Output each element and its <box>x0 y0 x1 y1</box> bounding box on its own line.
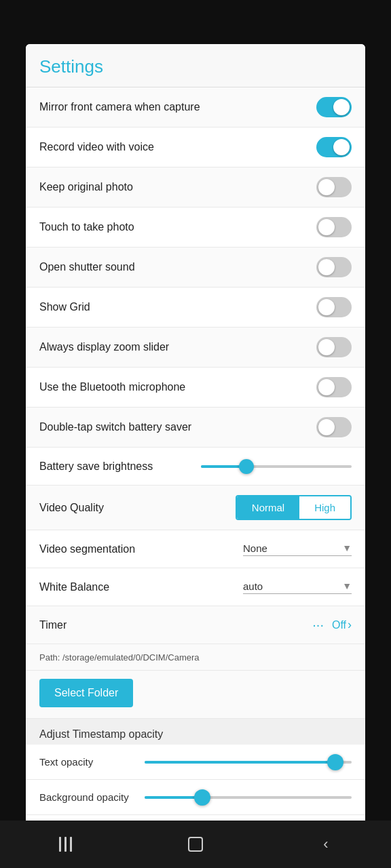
timer-value: Off <box>332 619 346 631</box>
video-quality-normal[interactable]: Normal <box>237 496 299 519</box>
toggle-knob <box>318 379 335 395</box>
setting-shutter-sound: Open shutter sound <box>26 248 365 288</box>
white-balance-row: White Balance auto ▼ <box>26 568 365 606</box>
toggle-bluetooth-mic[interactable] <box>316 377 352 397</box>
setting-show-grid: Show Grid <box>26 288 365 328</box>
background-opacity-row: Background opacity <box>26 780 365 815</box>
setting-keep-original: Keep original photo <box>26 167 365 208</box>
video-segmentation-row: Video segmentation None ▼ <box>26 530 365 568</box>
back-icon: ‹ <box>323 835 328 853</box>
setting-touch-take-photo: Touch to take photo <box>26 208 365 248</box>
background-opacity-track[interactable] <box>145 796 352 799</box>
toggle-knob <box>318 339 335 355</box>
home-icon <box>188 837 203 852</box>
toggle-knob <box>318 179 335 195</box>
setting-mirror-front-camera: Mirror front camera when capture <box>26 87 365 127</box>
timer-row: Timer ··· Off › <box>26 606 365 644</box>
dialog-title: Settings <box>39 56 103 77</box>
battery-brightness-thumb[interactable] <box>239 459 254 474</box>
text-opacity-label: Text opacity <box>39 756 145 768</box>
video-quality-segmented: Normal High <box>236 495 352 520</box>
text-opacity-thumb[interactable] <box>327 754 343 770</box>
video-quality-row: Video Quality Normal High <box>26 486 365 530</box>
back-button[interactable]: ‹ <box>312 831 339 858</box>
text-opacity-track[interactable] <box>145 761 352 764</box>
battery-brightness-slider-container[interactable] <box>201 465 352 468</box>
toggle-keep-original[interactable] <box>316 177 352 197</box>
timestamp-section-header: Adjust Timestamp opacity <box>26 719 365 745</box>
white-balance-label: White Balance <box>39 581 243 593</box>
toggle-knob <box>318 419 335 435</box>
home-button[interactable] <box>182 831 209 858</box>
video-segmentation-value: None <box>243 542 267 554</box>
chevron-down-icon: ▼ <box>342 580 352 591</box>
battery-brightness-label: Battery save brightness <box>39 460 190 473</box>
toggle-shutter-sound[interactable] <box>316 257 352 277</box>
setting-label-keep-original: Keep original photo <box>39 181 316 193</box>
video-segmentation-dropdown[interactable]: None ▼ <box>243 542 352 556</box>
timer-more-icon[interactable]: ··· <box>312 617 324 633</box>
video-segmentation-label: Video segmentation <box>39 543 243 555</box>
battery-brightness-track <box>201 465 352 468</box>
chevron-right-icon: › <box>348 618 352 632</box>
background-opacity-thumb[interactable] <box>194 789 210 806</box>
white-balance-dropdown[interactable]: auto ▼ <box>243 580 352 594</box>
setting-label-zoom: Always display zoom slider <box>39 341 316 353</box>
video-quality-label: Video Quality <box>39 502 236 514</box>
text-opacity-fill <box>145 761 335 764</box>
storage-path-row: Path: /storage/emulated/0/DCIM/Camera <box>26 644 365 671</box>
settings-dialog: Settings Mirror front camera when captur… <box>26 44 365 824</box>
setting-battery-saver: Double-tap switch battery saver <box>26 408 365 448</box>
battery-brightness-row: Battery save brightness <box>26 448 365 486</box>
select-folder-button[interactable]: Select Folder <box>39 679 133 707</box>
setting-record-video-voice: Record video with voice <box>26 127 365 167</box>
setting-label-touch-take: Touch to take photo <box>39 221 316 233</box>
white-balance-value: auto <box>243 580 263 592</box>
toggle-knob <box>318 299 335 315</box>
recents-button[interactable] <box>52 831 79 858</box>
setting-label-show-grid: Show Grid <box>39 301 316 313</box>
dialog-title-bar: Settings <box>26 44 365 87</box>
toggle-battery-saver[interactable] <box>316 417 352 437</box>
setting-label-shutter: Open shutter sound <box>39 261 316 273</box>
setting-bluetooth-mic: Use the Bluetooth microphone <box>26 368 365 408</box>
toggle-record-video-voice[interactable] <box>316 137 352 157</box>
chevron-down-icon: ▼ <box>342 542 352 553</box>
toggle-knob <box>318 259 335 275</box>
setting-zoom-slider: Always display zoom slider <box>26 328 365 368</box>
timestamp-header-text: Adjust Timestamp opacity <box>39 728 163 740</box>
timer-label: Timer <box>39 619 304 631</box>
toggle-zoom-slider[interactable] <box>316 337 352 357</box>
video-quality-high[interactable]: High <box>299 496 350 519</box>
setting-label-battery-saver: Double-tap switch battery saver <box>39 421 316 433</box>
toggle-mirror-front-camera[interactable] <box>316 97 352 117</box>
toggle-knob <box>333 139 350 155</box>
bottom-navigation: ‹ <box>0 821 391 868</box>
recents-icon <box>59 837 72 852</box>
setting-label-bluetooth: Use the Bluetooth microphone <box>39 381 316 393</box>
toggle-knob <box>333 99 350 115</box>
timer-value-control[interactable]: Off › <box>332 618 352 632</box>
toggle-touch-take-photo[interactable] <box>316 217 352 237</box>
toggle-show-grid[interactable] <box>316 297 352 317</box>
text-opacity-row: Text opacity <box>26 745 365 780</box>
select-folder-row: Select Folder <box>26 671 365 719</box>
setting-label-mirror: Mirror front camera when capture <box>39 101 316 113</box>
storage-path-text: Path: /storage/emulated/0/DCIM/Camera <box>39 652 200 663</box>
background-opacity-label: Background opacity <box>39 791 145 803</box>
toggle-knob <box>318 219 335 235</box>
dialog-content: Mirror front camera when capture Record … <box>26 87 365 824</box>
setting-label-record: Record video with voice <box>39 141 316 153</box>
